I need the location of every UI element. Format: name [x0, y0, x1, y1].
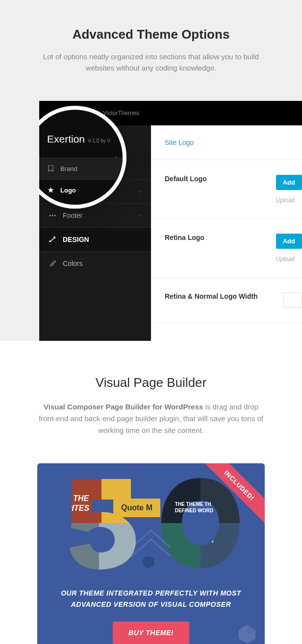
option-label: Retina Logo [165, 234, 204, 241]
add-button[interactable]: Add [276, 234, 302, 249]
digit-five-graphic: F THE RITES [57, 474, 141, 572]
option-label: Default Logo [165, 175, 207, 183]
svg-text:Fl: Fl [205, 534, 214, 545]
options-panel-screenshot: VictorThemes Header › [39, 101, 302, 341]
width-input[interactable] [283, 292, 302, 308]
section-subtitle: Lot of options neatly organized into sec… [0, 51, 302, 74]
dots-icon [49, 212, 56, 219]
content-header: Site Logo [151, 125, 302, 160]
chevron-right-icon: › [115, 154, 117, 160]
add-button[interactable]: Add [276, 175, 302, 190]
sidebar-item-design[interactable]: DESIGN [39, 227, 151, 251]
svg-rect-10 [201, 474, 245, 523]
svg-rect-9 [156, 474, 201, 523]
sidebar-item-colors[interactable]: Colors [39, 251, 151, 275]
svg-point-2 [54, 215, 56, 216]
svg-point-1 [52, 215, 53, 216]
vc-logo-icon [234, 620, 261, 644]
svg-text:F THE: F THE [66, 494, 90, 502]
subtitle-bold: Visual Composer Page Builder for WordPre… [44, 403, 203, 411]
version-five-zero-graphic: F THE RITES Fl Quote M [37, 474, 265, 572]
chevron-right-icon: › [140, 213, 141, 218]
visual-composer-card: INCLUDED! F THE RITES [37, 463, 265, 644]
section-subtitle: Visual Composer Page Builder for WordPre… [0, 401, 302, 436]
option-hint: Upload [276, 256, 302, 262]
section-title: Advanced Theme Options [0, 27, 302, 42]
svg-point-0 [50, 215, 51, 216]
advanced-theme-options-section: Advanced Theme Options Lot of options ne… [0, 0, 302, 341]
svg-text:RITES: RITES [66, 504, 89, 512]
option-label: Retina & Normal Logo Width [165, 292, 258, 300]
svg-rect-5 [57, 523, 99, 572]
sidebar-item-footer[interactable]: Footer › [39, 203, 151, 227]
quote-overlay: Quote M [113, 499, 160, 517]
version-dot [143, 556, 154, 568]
lens-version: V-1.0 by V [88, 138, 110, 143]
zero-text-overlay: THE THEME THDEFINED WORD [175, 501, 213, 514]
svg-rect-12 [201, 523, 245, 572]
visual-page-builder-section: Visual Page Builder Visual Composer Page… [0, 341, 302, 644]
bookmark-icon [47, 165, 54, 172]
lens-theme-title: ExertionV-1.0 by V [47, 133, 123, 145]
brand-label: VictorThemes [103, 110, 139, 117]
option-row-default-logo: Default Logo Add Upload [151, 160, 302, 219]
option-row-retina-logo: Retina Logo Add Upload [151, 219, 302, 278]
lens-logo-label: Logo [60, 187, 76, 194]
chevron-up-decoration [129, 528, 173, 557]
chevron-right-icon: › [140, 189, 141, 194]
section-title: Visual Page Builder [0, 375, 302, 390]
wand-icon [49, 236, 56, 243]
buy-theme-button[interactable]: BUY THEME! [113, 621, 189, 644]
vc-description: OUR THEME INTEGRATED PERFECTLY WITH MOST… [37, 588, 265, 611]
lens-brand-label: Brand [60, 165, 77, 172]
sidebar-item-label: DESIGN [63, 236, 89, 243]
lens-row-brand[interactable]: Brand [39, 158, 123, 179]
sidebar-item-label: Footer [63, 212, 82, 219]
digit-zero-graphic: Fl [156, 474, 245, 572]
sidebar-item-label: Colors [63, 260, 82, 267]
brush-icon [49, 260, 56, 267]
option-hint: Upload [276, 197, 302, 204]
content-area: Site Logo Default Logo Add Upload Retina… [151, 125, 302, 341]
star-icon [47, 187, 54, 193]
option-row-logo-width: Retina & Normal Logo Width [151, 278, 302, 323]
